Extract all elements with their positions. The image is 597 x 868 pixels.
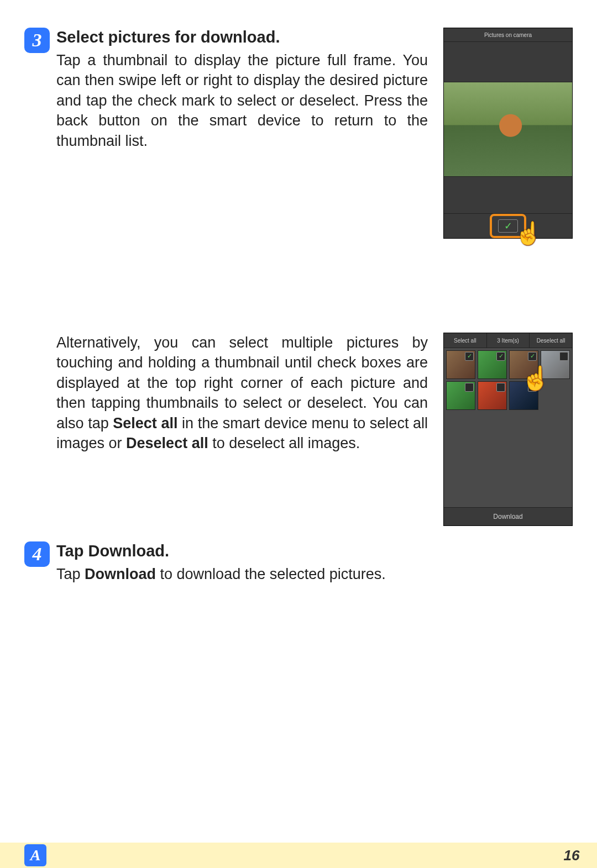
footer-band <box>46 843 565 868</box>
selection-count-label: 3 Item(s) <box>487 333 530 348</box>
step-3-text-col-2: Alternatively, you can select multiple p… <box>56 333 428 454</box>
step-4-heading: Tap Download. <box>56 541 573 561</box>
thumbnail-checkbox-icon: ✓ <box>559 352 568 361</box>
screenshot-thumbnail-grid: Select all 3 Item(s) Deselect all ✓✓✓✓✓✓… <box>443 333 573 526</box>
thumbnail[interactable]: ✓ <box>446 350 475 379</box>
screenshot-blank-area-2 <box>444 177 572 213</box>
screenshot-title-bar: Pictures on camera <box>444 28 572 42</box>
thumbnail-checkbox-icon: ✓ <box>528 352 537 361</box>
step-4-body-a: Tap <box>56 566 85 582</box>
step-3-para-2-bold-select-all: Select all <box>113 415 177 432</box>
manual-page: 3 Select pictures for download. Tap a th… <box>0 0 597 868</box>
selection-toolbar: Select all 3 Item(s) Deselect all <box>444 333 572 348</box>
thumbnail[interactable]: ✓ <box>509 350 538 379</box>
step-3-para-1: Tap a thumbnail to display the picture f… <box>56 50 428 151</box>
step-3-text-col-1: Select pictures for download. Tap a thum… <box>56 28 428 151</box>
footer-left: A <box>0 843 46 868</box>
screenshot-full-frame: Pictures on camera ✓ ☝ <box>443 28 573 239</box>
screenshot-photo-preview[interactable] <box>444 82 572 177</box>
check-icon: ✓ <box>498 219 518 233</box>
thumbnail-checkbox-icon: ✓ <box>496 352 505 361</box>
thumbnail-checkbox-icon: ✓ <box>465 352 474 361</box>
thumbnail[interactable]: ✓ <box>509 381 538 410</box>
screenshot-check-bar: ✓ ☝ <box>444 213 572 238</box>
step-4-body-bold: Download <box>85 566 156 582</box>
step-4-heading-bold: Download <box>88 542 165 560</box>
thumbnail-checkbox-icon: ✓ <box>496 383 505 392</box>
thumbnail-grid: ✓✓✓✓✓✓✓☝ <box>444 348 572 507</box>
step-4-heading-a: Tap <box>56 542 88 560</box>
step-4-heading-b: . <box>165 542 169 560</box>
select-check-button[interactable]: ✓ <box>490 214 526 238</box>
thumbnail[interactable]: ✓ <box>541 350 570 379</box>
step-3: 3 Select pictures for download. Tap a th… <box>24 28 573 526</box>
thumbnail[interactable]: ✓ <box>478 350 507 379</box>
step-4-number: 4 <box>24 541 50 567</box>
page-number: 16 <box>564 847 597 864</box>
step-3-number: 3 <box>24 28 50 53</box>
step-3-row-1: Select pictures for download. Tap a thum… <box>56 28 573 239</box>
step-3-para-2-bold-deselect-all: Deselect all <box>126 435 208 451</box>
step-4: 4 Tap Download. Tap Download to download… <box>24 541 573 584</box>
screenshot-blank-area <box>444 42 572 82</box>
thumbnail-checkbox-icon: ✓ <box>465 383 474 392</box>
screenshot-2-col: Select all 3 Item(s) Deselect all ✓✓✓✓✓✓… <box>443 333 573 526</box>
deselect-all-button[interactable]: Deselect all <box>530 333 572 348</box>
select-all-button[interactable]: Select all <box>444 333 487 348</box>
step-3-para-2: Alternatively, you can select multiple p… <box>56 333 428 454</box>
step-4-body-b: to download the selected pictures. <box>156 566 386 582</box>
step-3-row-2: Alternatively, you can select multiple p… <box>56 333 573 526</box>
screenshot-1-col: Pictures on camera ✓ ☝ <box>443 28 573 239</box>
step-4-body: Tap Download. Tap Download to download t… <box>56 541 573 584</box>
thumbnail-checkbox-icon: ✓ <box>528 383 537 392</box>
step-3-para-2c: to deselect all images. <box>208 435 360 451</box>
footer-page-corner: 16 <box>565 843 597 868</box>
step-4-para: Tap Download to download the selected pi… <box>56 564 573 584</box>
step-3-heading: Select pictures for download. <box>56 28 428 47</box>
download-button[interactable]: Download <box>444 507 572 525</box>
thumbnail[interactable]: ✓ <box>478 381 507 410</box>
page-footer: A 16 <box>0 843 597 868</box>
step-3-body: Select pictures for download. Tap a thum… <box>56 28 573 526</box>
thumbnail[interactable]: ✓ <box>446 381 475 410</box>
section-badge: A <box>24 844 46 866</box>
